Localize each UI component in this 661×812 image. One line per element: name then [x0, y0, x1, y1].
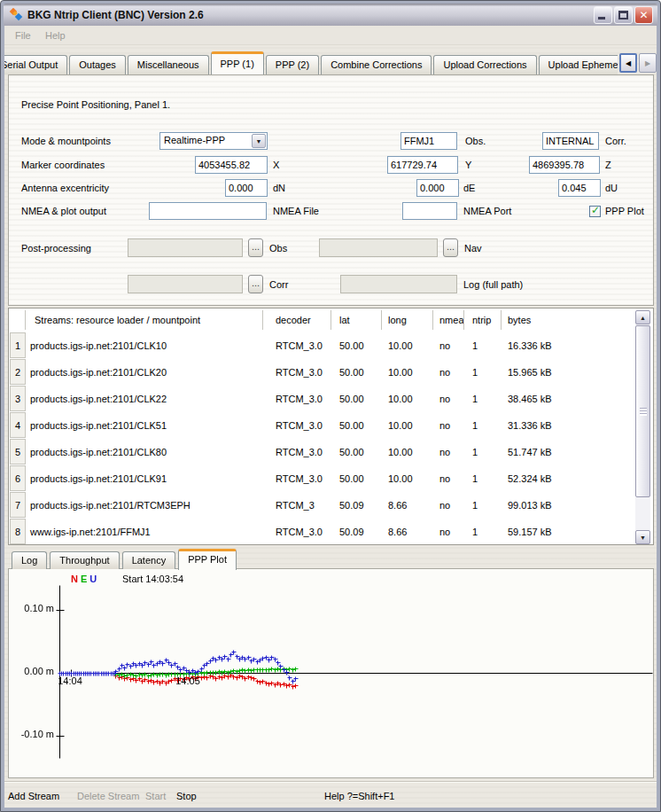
header-nmea[interactable]: nmea	[433, 310, 464, 330]
cell-lat: 50.00	[331, 465, 382, 492]
post-obs-input[interactable]	[128, 238, 243, 257]
start-button[interactable]: Start	[145, 784, 166, 809]
tab-serial-output[interactable]: Serial Output	[4, 55, 67, 74]
post-nav-input[interactable]	[319, 238, 438, 257]
corr-mountpoint-input[interactable]	[542, 132, 599, 150]
cell-lat: 50.00	[331, 332, 382, 359]
post-nav-browse-button[interactable]: ...	[443, 238, 458, 257]
scroll-up-icon: ▲	[640, 315, 646, 321]
z-suffix-label: Z	[605, 156, 611, 174]
header-long[interactable]: long	[382, 310, 433, 330]
antenna-du-input[interactable]	[558, 179, 601, 197]
vertical-scrollbar[interactable]: ▲ ▼	[635, 310, 650, 544]
obs-mountpoint-input[interactable]	[400, 132, 457, 150]
tab-ppp-2[interactable]: PPP (2)	[266, 55, 319, 74]
maximize-icon	[618, 11, 628, 20]
title-bar[interactable]: BKG Ntrip Client (BNC) Version 2.6 ✕	[4, 4, 657, 26]
delete-stream-button[interactable]: Delete Stream	[77, 784, 139, 809]
table-row[interactable]: www.igs-ip.net:2101/FFMJ1 RTCM_3.0 50.09…	[27, 519, 634, 545]
scroll-left-icon: ◀	[626, 59, 631, 67]
scroll-down-icon: ▼	[640, 535, 646, 541]
header-lat[interactable]: lat	[331, 310, 382, 330]
cell-bytes: 99.013 kB	[502, 492, 634, 519]
cell-long: 10.00	[382, 359, 433, 386]
status-divider	[4, 781, 657, 783]
tab-ppp-1[interactable]: PPP (1)	[211, 51, 264, 74]
scrollbar-down-button[interactable]: ▼	[635, 530, 650, 544]
table-row[interactable]: products.igs-ip.net:2101/CLK91 RTCM_3.0 …	[27, 465, 634, 492]
xtick-label: 14:04	[48, 675, 92, 687]
y-suffix-label: Y	[465, 156, 471, 174]
post-obs-suffix-label: Obs	[269, 239, 287, 257]
mode-combobox[interactable]: Realtime-PPP ▼	[159, 132, 268, 150]
table-row[interactable]: products.igs-ip.net:2101/CLK80 RTCM_3.0 …	[27, 439, 634, 465]
tab-combine-corrections[interactable]: Combine Corrections	[321, 55, 432, 74]
nmea-file-input[interactable]	[149, 202, 267, 220]
de-suffix-label: dE	[463, 179, 475, 197]
marker-z-input[interactable]	[529, 156, 600, 174]
scrollbar-thumb[interactable]	[635, 325, 650, 497]
tab-outages[interactable]: Outages	[69, 55, 126, 74]
header-bytes[interactable]: bytes	[502, 310, 634, 330]
scrollbar-up-button[interactable]: ▲	[635, 310, 650, 324]
tab-miscellaneous[interactable]: Miscellaneous	[128, 55, 209, 74]
maximize-button[interactable]	[614, 6, 633, 24]
cell-ntrip: 1	[464, 359, 502, 386]
table-row[interactable]: products.igs-ip.net:2101/CLK20 RTCM_3.0 …	[27, 359, 634, 386]
nmea-port-suffix-label: NMEA Port	[463, 202, 511, 220]
row-number: 7	[10, 492, 26, 518]
cell-lat: 50.00	[331, 359, 382, 386]
tab-log[interactable]: Log	[12, 551, 47, 569]
table-row[interactable]: products.igs-ip.net:2101/RTCM3EPH RTCM_3…	[27, 492, 634, 519]
mode-label: Mode & mountpoints	[21, 132, 111, 150]
antenna-dn-input[interactable]	[225, 179, 268, 197]
header-mountpoint[interactable]: Streams: resource loader / mountpoint	[26, 310, 263, 330]
menu-help[interactable]: Help	[45, 26, 66, 45]
row-number: 6	[10, 465, 26, 491]
tab-upload-corrections[interactable]: Upload Corrections	[433, 55, 536, 74]
ppp-plot-checkbox-label: PPP Plot	[605, 202, 644, 220]
tab-ppp-plot[interactable]: PPP Plot	[178, 549, 237, 570]
top-tab-strip: Serial Output Outages Miscellaneous PPP …	[4, 51, 618, 74]
post-corr-suffix-label: Corr	[269, 276, 288, 293]
tab-scroll-left-button[interactable]: ◀	[619, 53, 637, 73]
table-row[interactable]: products.igs-ip.net:2101/CLK22 RTCM_3.0 …	[27, 386, 634, 412]
corr-suffix-label: Corr.	[605, 132, 626, 150]
post-obs-browse-button[interactable]: ...	[248, 238, 263, 257]
tab-scroll-right-button[interactable]: ▶	[639, 53, 657, 73]
table-row[interactable]: products.igs-ip.net:2101/CLK10 RTCM_3.0 …	[27, 332, 634, 359]
header-decoder[interactable]: decoder	[263, 310, 331, 330]
post-corr-browse-button[interactable]: ...	[248, 275, 263, 293]
add-stream-button[interactable]: Add Stream	[8, 784, 59, 809]
antenna-de-input[interactable]	[416, 179, 459, 197]
tab-throughput[interactable]: Throughput	[50, 551, 119, 569]
tab-upload-ephemeris[interactable]: Upload Ephemeris	[539, 55, 618, 74]
post-log-input[interactable]	[340, 275, 457, 293]
cell-ntrip: 1	[464, 332, 502, 359]
legend-n: N	[71, 574, 78, 584]
ppp-plot-checkbox[interactable]: ✓	[589, 206, 601, 217]
help-shortcut-label: Help ?=Shift+F1	[324, 784, 395, 809]
obs-suffix-label: Obs.	[465, 132, 486, 150]
cell-mountpoint: products.igs-ip.net:2101/CLK91	[27, 465, 263, 492]
minimize-button[interactable]	[594, 6, 612, 24]
nmea-port-input[interactable]	[402, 202, 457, 220]
row-number: 4	[10, 412, 26, 438]
menu-file[interactable]: File	[15, 26, 31, 45]
header-ntrip[interactable]: ntrip	[464, 310, 502, 330]
cell-mountpoint: products.igs-ip.net:2101/CLK80	[27, 439, 263, 465]
tab-latency[interactable]: Latency	[122, 551, 176, 569]
marker-y-input[interactable]	[387, 156, 458, 174]
marker-x-input[interactable]	[195, 156, 268, 174]
cell-ntrip: 1	[464, 386, 502, 412]
close-button[interactable]: ✕	[634, 6, 653, 24]
stop-button[interactable]: Stop	[176, 784, 197, 809]
post-corr-input[interactable]	[128, 275, 243, 293]
table-row[interactable]: products.igs-ip.net:2101/CLK51 RTCM_3.0 …	[27, 412, 634, 439]
mode-value: Realtime-PPP	[164, 135, 225, 145]
window-title: BKG Ntrip Client (BNC) Version 2.6	[27, 9, 204, 21]
ellipsis-icon: ...	[447, 241, 455, 252]
cell-long: 10.00	[382, 386, 433, 412]
scrollbar-grip-icon	[640, 408, 647, 416]
cell-bytes: 15.965 kB	[502, 359, 634, 386]
